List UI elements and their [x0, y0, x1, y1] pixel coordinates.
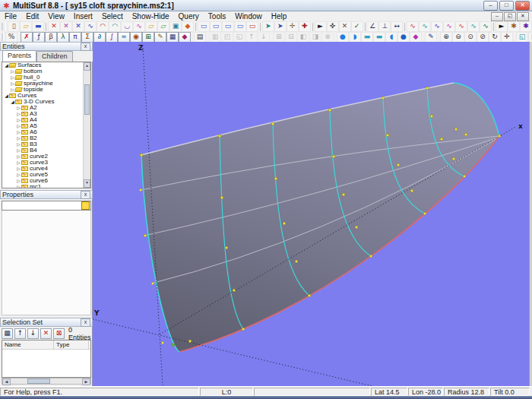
point-marker[interactable] [144, 235, 147, 237]
point-marker[interactable] [272, 123, 274, 125]
nudge-right-icon[interactable]: ➤ [274, 21, 287, 32]
move-icon[interactable]: ✛ [287, 21, 299, 32]
pointer-mode-icon[interactable]: ► [496, 21, 508, 32]
sketch-pen-icon[interactable]: ✎ [425, 32, 437, 43]
tree-item-b3[interactable]: ▷B3 [2, 141, 83, 147]
entity-x-icon[interactable]: ✗ [21, 32, 33, 43]
3d-viewport[interactable]: Z x Y [93, 42, 529, 386]
snap-point-icon[interactable]: ✱ [508, 21, 520, 32]
tree-item-mc1[interactable]: ▷mc1 [2, 184, 83, 188]
expand-icon[interactable]: ▷ [16, 105, 21, 111]
profile-view-icon[interactable]: ▭ [222, 21, 234, 32]
zoom-out-icon[interactable]: ⊖ [452, 32, 464, 43]
expand-icon[interactable]: ▷ [16, 141, 21, 147]
tree-item-bottom[interactable]: ▷bottom [2, 68, 83, 74]
point-marker[interactable] [221, 197, 223, 199]
cut-icon[interactable]: ▥ [209, 32, 221, 43]
entity-pi-icon[interactable]: π [69, 32, 81, 43]
measure-normal-icon[interactable]: ⊥ [378, 21, 391, 32]
menu-help[interactable]: Help [267, 11, 292, 21]
surface-icon[interactable]: ▱ [145, 21, 157, 32]
entity-pen-icon[interactable]: ✎ [154, 32, 166, 43]
selection-set-list[interactable]: Name Type [2, 340, 91, 378]
menu-select[interactable]: Select [97, 11, 128, 21]
point-marker[interactable] [411, 190, 413, 192]
hscroll-thumb[interactable] [27, 378, 50, 384]
expand-icon[interactable]: ▷ [16, 160, 21, 166]
point-marker[interactable] [309, 295, 311, 297]
plan-view-icon[interactable]: ▭ [210, 21, 222, 32]
paste-icon[interactable]: ◱ [233, 32, 245, 43]
tab-children[interactable]: Children [36, 51, 73, 62]
ungroup-icon[interactable]: ⊟ [285, 32, 297, 43]
properties-name-field[interactable] [2, 201, 91, 211]
cascade-windows-icon[interactable]: ◱ [516, 32, 528, 43]
select-fence-icon[interactable]: ✜ [327, 21, 339, 32]
delete-icon[interactable]: ✚ [299, 21, 311, 32]
point-marker[interactable] [275, 178, 277, 180]
tree-scrollbar[interactable]: ▲ ▼ [83, 62, 90, 188]
selected-point-marker[interactable] [173, 344, 175, 347]
point-marker[interactable] [226, 247, 228, 249]
minimize-button[interactable]: – [483, 1, 498, 11]
view-iso-icon[interactable]: ◆ [410, 32, 422, 43]
properties-field-icon[interactable] [81, 201, 90, 210]
point-marker[interactable] [152, 283, 154, 285]
tree-item-surfaces[interactable]: ◢Surfaces [2, 62, 83, 68]
fair-curve-3-icon[interactable]: ∿ [431, 21, 443, 32]
toolbar-grip[interactable] [2, 33, 4, 41]
selection-grid-icon[interactable]: ▦ [2, 328, 13, 339]
entity-grid-icon[interactable]: ⊞ [142, 32, 154, 43]
entities-close-icon[interactable]: x [81, 43, 90, 51]
scroll-thumb[interactable] [84, 84, 90, 115]
menu-query[interactable]: Query [174, 11, 204, 21]
column-type[interactable]: Type [54, 340, 89, 349]
point-marker[interactable] [333, 156, 335, 158]
zoom-in-icon[interactable]: ⊕ [440, 32, 452, 43]
toolbar-grip[interactable] [2, 23, 6, 30]
expand-icon[interactable]: ▷ [16, 178, 21, 184]
fair-curve-6-icon[interactable]: ∿ [467, 21, 480, 32]
copy-icon[interactable]: ◰ [221, 32, 233, 43]
entity-diamond-icon[interactable]: ◆ [179, 32, 191, 43]
expand-icon[interactable]: ▷ [16, 123, 21, 129]
column-name[interactable]: Name [2, 340, 54, 349]
tree-item-a2[interactable]: ▷A2 [2, 105, 83, 111]
point-marker[interactable] [141, 154, 143, 157]
point-marker[interactable] [431, 116, 433, 118]
expand-icon[interactable]: ▷ [16, 147, 21, 154]
magnet-point-icon[interactable]: ✕ [60, 21, 72, 32]
bead-icon[interactable]: ✕ [72, 21, 84, 32]
entity-target-icon[interactable]: ◉ [130, 32, 142, 43]
tree-item-topside[interactable]: ▷topside [2, 87, 83, 93]
selection-hscrollbar[interactable]: ◀ ▶ [2, 378, 91, 385]
scroll-down-icon[interactable]: ▼ [84, 179, 90, 188]
redo-icon[interactable]: ↓ [258, 32, 270, 43]
view-front-icon[interactable]: ● [337, 32, 349, 43]
point-marker[interactable] [397, 164, 400, 166]
measure-angle-icon[interactable]: ∠ [366, 21, 378, 32]
tree-item-a5[interactable]: ▷A5 [2, 123, 83, 129]
expand-icon[interactable]: ▷ [16, 184, 21, 188]
view-back-icon[interactable]: ◗ [349, 32, 361, 43]
bcurve-icon[interactable]: ◠ [109, 21, 121, 32]
point-marker[interactable] [242, 328, 245, 331]
menu-edit[interactable]: Edit [21, 11, 43, 21]
entity-approx-icon[interactable]: ≈ [118, 32, 130, 43]
view-bottom-icon[interactable]: ▬ [373, 32, 385, 43]
mdi-restore-button[interactable]: ◱ [504, 12, 516, 21]
line-icon[interactable]: ∿ [84, 21, 97, 32]
collapse-icon[interactable]: ◢ [10, 99, 15, 105]
menu-tools[interactable]: Tools [204, 11, 230, 21]
zoom-window-icon[interactable]: ⊙ [464, 32, 477, 43]
point-marker[interactable] [140, 189, 142, 192]
tab-parents[interactable]: Parents [2, 50, 36, 62]
menu-view[interactable]: View [43, 11, 69, 21]
expand-icon[interactable]: ▷ [16, 111, 21, 117]
point-marker[interactable] [441, 138, 443, 141]
expand-icon[interactable]: ▷ [16, 154, 21, 160]
point-marker[interactable] [219, 135, 221, 138]
entity-partial-icon[interactable]: ∂ [93, 32, 106, 43]
tree-item-3-d-curves[interactable]: ◢3-D Curves [2, 99, 83, 105]
collapse-icon[interactable]: ◢ [4, 93, 9, 99]
